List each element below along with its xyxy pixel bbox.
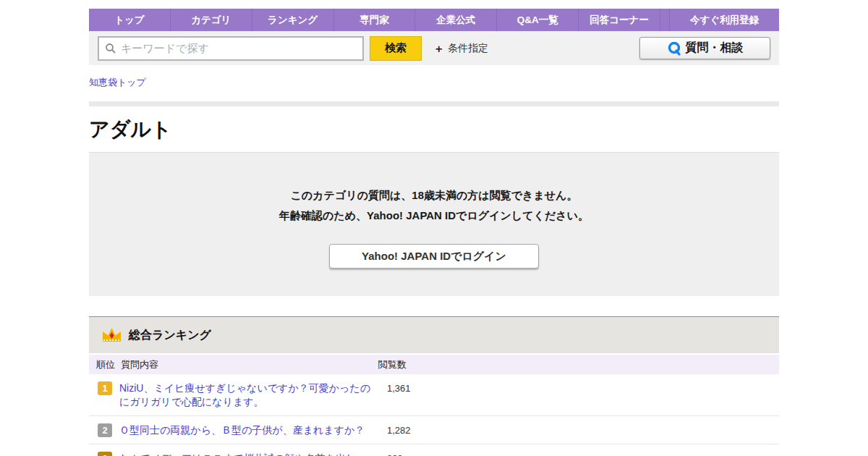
- question-link-2[interactable]: Ｏ型同士の両親から、Ｂ型の子供が、産まれますか？: [119, 423, 371, 437]
- ranking-section: 総合ランキング 順位 質問内容 閲覧数 1 NiziU、ミイヒ痩せすぎじゃないで…: [89, 316, 779, 456]
- nav-item-top[interactable]: トップ: [89, 9, 171, 31]
- age-gate-line2: 年齢確認のため、Yahoo! JAPAN IDでログインしてください。: [89, 209, 779, 223]
- crown-icon: [102, 327, 122, 344]
- search-icon: [105, 43, 116, 54]
- view-count-1: 1,361: [387, 381, 411, 394]
- rank-badge-1: 1: [98, 381, 112, 395]
- column-header-views: 閲覧数: [378, 358, 407, 371]
- nav-item-ranking[interactable]: ランキング: [252, 9, 334, 31]
- section-divider: [89, 101, 779, 106]
- nav-item-official[interactable]: 企業公式: [415, 9, 497, 31]
- advanced-search-link[interactable]: ＋ 条件指定: [433, 42, 488, 55]
- rank-badge-3: 3: [98, 452, 112, 456]
- nav-item-answer-corner[interactable]: 回答コーナー: [579, 9, 660, 31]
- ranking-title: 総合ランキング: [129, 328, 211, 343]
- column-header-rank: 順位: [96, 358, 121, 371]
- breadcrumb-link-chiebukuro-top[interactable]: 知恵袋トップ: [89, 77, 146, 88]
- search-button[interactable]: 検索: [370, 36, 422, 61]
- age-gate-notice: このカテゴリの質問は、18歳未満の方は閲覧できません。 年齢確認のため、Yaho…: [89, 152, 779, 296]
- ranking-row-2: 2 Ｏ型同士の両親から、Ｂ型の子供が、産まれますか？ 1,282: [89, 416, 779, 444]
- main-nav: トップ カテゴリ ランキング 専門家 企業公式 Q&A一覧 回答コーナー 今すぐ…: [89, 9, 779, 31]
- column-header-question: 質問内容: [121, 358, 378, 371]
- ask-question-button[interactable]: 質問・相談: [639, 37, 770, 59]
- breadcrumb: 知恵袋トップ: [89, 76, 779, 89]
- view-count-2: 1,282: [387, 423, 411, 436]
- search-input-wrap[interactable]: [98, 36, 364, 61]
- q-logo-icon: [667, 41, 681, 56]
- nav-item-experts[interactable]: 専門家: [334, 9, 416, 31]
- question-link-3[interactable]: なんでメディアはここまで桜井誠の顔や名前を出し: [119, 452, 371, 456]
- ranking-row-1: 1 NiziU、ミイヒ痩せすぎじゃないですか？可愛かったのにガリガリで心配になり…: [89, 374, 779, 416]
- rank-badge-2: 2: [98, 423, 112, 437]
- search-bar: 検索 ＋ 条件指定 質問・相談: [89, 31, 779, 65]
- page-container: トップ カテゴリ ランキング 専門家 企業公式 Q&A一覧 回答コーナー 今すぐ…: [89, 9, 779, 456]
- advanced-search-label: 条件指定: [448, 42, 488, 55]
- nav-item-qa-list[interactable]: Q&A一覧: [497, 9, 579, 31]
- view-count-3: 888: [387, 452, 403, 456]
- nav-spacer: [660, 9, 670, 31]
- ranking-header: 総合ランキング: [89, 317, 779, 353]
- age-gate-line1: このカテゴリの質問は、18歳未満の方は閲覧できません。: [89, 189, 779, 203]
- nav-item-category[interactable]: カテゴリ: [171, 9, 252, 31]
- question-link-1[interactable]: NiziU、ミイヒ痩せすぎじゃないですか？可愛かったのにガリガリで心配になります…: [119, 381, 371, 409]
- ask-question-label: 質問・相談: [686, 41, 744, 56]
- ranking-row-3: 3 なんでメディアはここまで桜井誠の顔や名前を出し 888: [89, 444, 779, 456]
- page-title: アダルト: [89, 116, 779, 143]
- search-input[interactable]: [119, 41, 362, 55]
- plus-icon: ＋: [433, 43, 444, 54]
- nav-item-register[interactable]: 今すぐ利用登録: [670, 9, 779, 31]
- login-button[interactable]: Yahoo! JAPAN IDでログイン: [329, 244, 539, 269]
- ranking-table-header: 順位 質問内容 閲覧数: [89, 355, 779, 374]
